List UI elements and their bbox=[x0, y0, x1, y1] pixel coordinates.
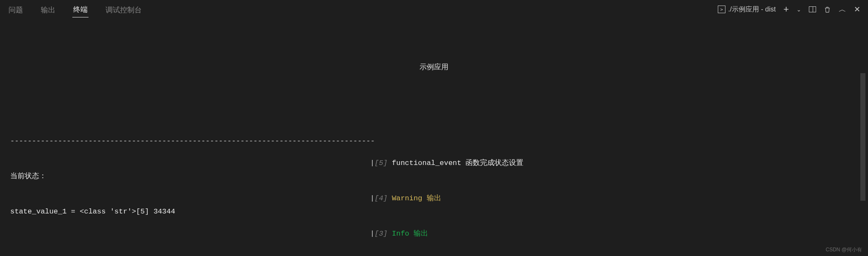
watermark: CSDN @何小有 bbox=[825, 246, 862, 253]
tab-terminal[interactable]: 终端 bbox=[72, 1, 89, 17]
close-panel-button[interactable]: ✕ bbox=[854, 5, 860, 14]
divider: ----------------------------------------… bbox=[10, 136, 375, 147]
panel-tab-bar: 问题 输出 终端 调试控制台 > ./示例应用 - dist + ⌄ ︿ ✕ bbox=[0, 0, 868, 19]
new-terminal-dropdown[interactable]: ⌄ bbox=[797, 6, 801, 13]
kill-terminal-button[interactable] bbox=[824, 6, 831, 13]
terminal-icon: > bbox=[718, 6, 725, 13]
tab-debug-console[interactable]: 调试控制台 bbox=[105, 2, 143, 17]
terminal-selector[interactable]: > ./示例应用 - dist bbox=[718, 5, 776, 14]
split-terminal-button[interactable] bbox=[809, 6, 816, 12]
scrollbar[interactable] bbox=[860, 73, 865, 201]
maximize-panel-button[interactable]: ︿ bbox=[839, 4, 846, 14]
new-terminal-button[interactable]: + bbox=[783, 4, 789, 15]
terminal-selector-label: ./示例应用 - dist bbox=[728, 5, 776, 14]
state-value: state_value_1 = <class 'str'>[5] 34344 bbox=[10, 206, 175, 217]
tab-output[interactable]: 输出 bbox=[40, 2, 56, 17]
app-title: 示例应用 bbox=[0, 62, 868, 73]
state-header: 当前状态： bbox=[10, 171, 46, 182]
tab-problems[interactable]: 问题 bbox=[8, 2, 24, 17]
terminal-output[interactable]: 示例应用 -----------------------------------… bbox=[0, 19, 868, 256]
trash-icon bbox=[824, 6, 831, 13]
panel-actions: > ./示例应用 - dist + ⌄ ︿ ✕ bbox=[718, 4, 860, 15]
split-icon bbox=[809, 6, 816, 12]
